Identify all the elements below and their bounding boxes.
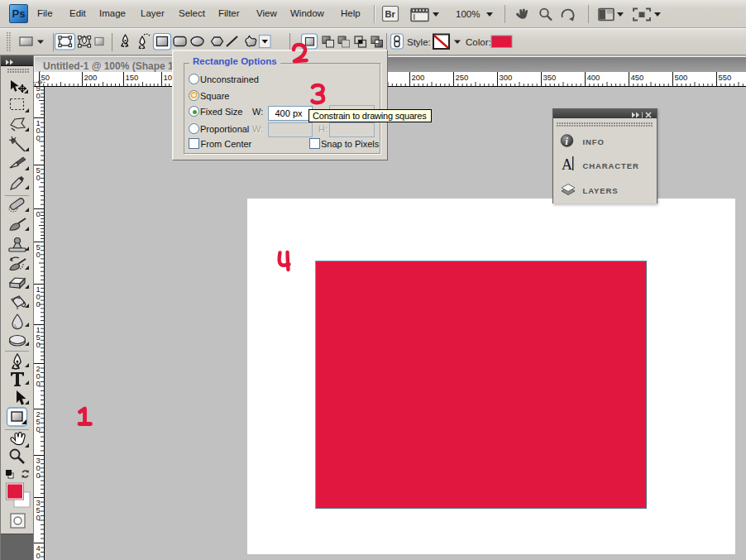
svg-text:250: 250 (456, 73, 469, 82)
svg-text:350: 350 (543, 73, 557, 82)
svg-text:0: 0 (36, 209, 41, 218)
svg-text:0: 0 (36, 173, 41, 182)
svg-text:150: 150 (126, 73, 139, 82)
svg-text:Br: Br (385, 9, 396, 19)
svg-text:0: 0 (36, 91, 41, 100)
svg-text:A: A (562, 156, 572, 173)
svg-text:550: 550 (719, 73, 732, 82)
svg-text:450: 450 (631, 73, 644, 82)
svg-text:200: 200 (412, 73, 425, 82)
svg-text:400: 400 (587, 73, 600, 82)
svg-text:100%: 100% (456, 9, 480, 19)
svg-text:0: 0 (36, 471, 41, 480)
svg-text:0: 0 (36, 379, 41, 388)
svg-text:0: 0 (36, 513, 41, 522)
svg-text:0: 0 (36, 133, 41, 142)
svg-text:300: 300 (500, 73, 513, 82)
svg-text:0: 0 (36, 250, 41, 259)
svg-text:0: 0 (36, 299, 41, 309)
svg-text:0: 0 (36, 424, 41, 433)
svg-text:500: 500 (675, 73, 688, 82)
svg-text:0: 0 (36, 340, 41, 349)
svg-text:200: 200 (84, 73, 98, 82)
